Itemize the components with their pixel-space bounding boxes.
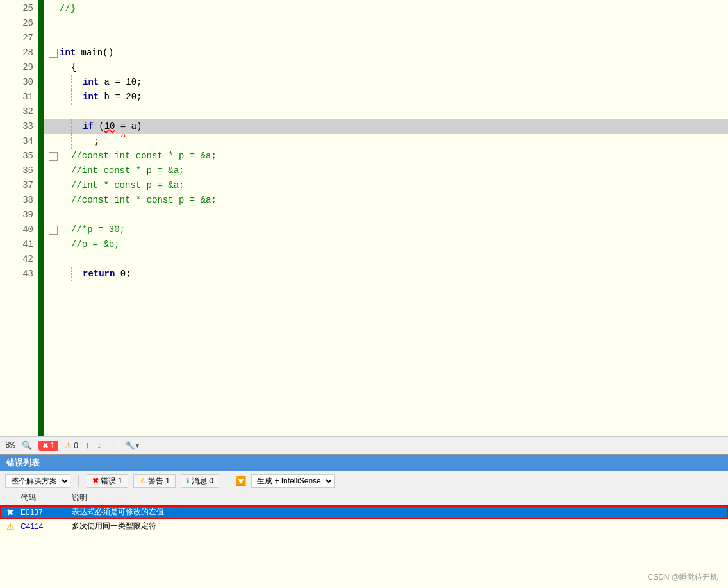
filter-messages-button[interactable]: ℹ 消息 0 [181, 474, 219, 488]
warning-row-icon: ⚠ [3, 521, 18, 532]
filter-errors-button[interactable]: ✖ 错误 1 [87, 474, 128, 488]
col-code-header: 代码 [18, 492, 69, 503]
code-line-41: //p = &b; [44, 237, 728, 252]
code-line-34: ; [44, 134, 728, 149]
code-line-25: //} [44, 1, 728, 16]
filter-message-label: 消息 0 [192, 476, 213, 487]
code-content[interactable]: //} − int main() { [44, 0, 728, 436]
watermark: CSDN @睡觉待开机 [647, 572, 718, 583]
table-row[interactable]: ✖ E0137 表达式必须是可修改的左值 [0, 505, 728, 519]
error-count-badge: ✖ 1 [38, 441, 59, 451]
scope-dropdown[interactable]: 整个解决方案 [5, 474, 70, 488]
code-line-40: − //*p = 30; [44, 223, 728, 237]
zoom-level: 8% [5, 441, 15, 450]
status-settings-icon[interactable]: 🔍 [22, 441, 32, 451]
table-header: 代码 说明 [0, 491, 728, 505]
nav-down-arrow[interactable]: ↓ [96, 441, 101, 451]
filter-error-label: 错误 1 [101, 476, 122, 487]
code-line-36: //int const * p = &a; [44, 164, 728, 178]
warning-description: 多次使用同一类型限定符 [69, 521, 725, 532]
code-line-38: //const int * const p = &a; [44, 193, 728, 208]
col-icon-header [3, 492, 18, 503]
filter-warnings-button[interactable]: ⚠ 警告 1 [133, 474, 176, 488]
code-line-27 [44, 31, 728, 46]
code-line-39 [44, 208, 728, 223]
code-line-35: − //const int const * p = &a; [44, 149, 728, 164]
error-panel-toolbar: 整个解决方案 ✖ 错误 1 ⚠ 警告 1 ℹ 消息 0 🔽 生成 + Intel… [0, 471, 728, 491]
error-panel-title: 错误列表 [6, 458, 40, 467]
message-filter-icon: ℹ [186, 476, 190, 485]
code-line-30: int a = 10; [44, 75, 728, 90]
warning-filter-icon: ⚠ [139, 476, 146, 485]
fold-40[interactable]: − [49, 226, 58, 235]
code-line-31: int b = 20; [44, 90, 728, 105]
status-bar: 8% 🔍 ✖ 1 ⚠ 0 ↑ ↓ | 🔧▾ [0, 436, 728, 454]
error-table[interactable]: 代码 说明 ✖ E0137 表达式必须是可修改的左值 ⚠ C4114 多次使用同… [0, 491, 728, 588]
error-description: 表达式必须是可修改的左值 [69, 507, 725, 517]
error-code: E0137 [18, 508, 69, 517]
warning-code: C4114 [18, 522, 69, 531]
col-desc-header: 说明 [69, 492, 725, 503]
code-line-32 [44, 105, 728, 119]
toolbar-divider-2 [227, 475, 228, 487]
warning-count-badge: ⚠ 0 [65, 441, 78, 450]
filter-warning-label: 警告 1 [148, 476, 170, 487]
intellisense-dropdown: 生成 + IntelliSense [251, 474, 335, 488]
table-row[interactable]: ⚠ C4114 多次使用同一类型限定符 [0, 519, 728, 533]
editor-gutter [38, 0, 44, 436]
fold-28[interactable]: − [49, 49, 58, 58]
error-panel-header: 错误列表 [0, 455, 728, 471]
code-line-37: //int * const p = &a; [44, 178, 728, 193]
code-line-42 [44, 252, 728, 267]
filter-funnel-icon[interactable]: 🔽 [235, 476, 246, 486]
warning-triangle-icon: ⚠ [65, 441, 72, 450]
line-numbers: 25 26 27 28 29 30 31 32 33 34 35 36 37 3… [0, 0, 38, 436]
code-line-26 [44, 16, 728, 31]
warning-count: 0 [74, 441, 78, 450]
code-line-33: if (10 = a) [44, 119, 728, 134]
code-editor[interactable]: 25 26 27 28 29 30 31 32 33 34 35 36 37 3… [0, 0, 728, 436]
error-row-icon: ✖ [3, 507, 18, 517]
error-filter-icon: ✖ [92, 476, 99, 485]
code-line-29: { [44, 60, 728, 75]
error-x-icon: ✖ [42, 441, 49, 450]
build-icon[interactable]: 🔧▾ [125, 441, 140, 451]
error-panel: 错误列表 整个解决方案 ✖ 错误 1 ⚠ 警告 1 ℹ 消息 0 🔽 生 [0, 454, 728, 588]
error-count: 1 [51, 441, 55, 450]
nav-up-arrow[interactable]: ↑ [85, 441, 90, 451]
code-line-43: return 0; [44, 267, 728, 281]
toolbar-divider-1 [78, 475, 79, 487]
code-line-28: − int main() [44, 46, 728, 60]
fold-35[interactable]: − [49, 152, 58, 161]
intellisense-select[interactable]: 生成 + IntelliSense [251, 474, 335, 488]
